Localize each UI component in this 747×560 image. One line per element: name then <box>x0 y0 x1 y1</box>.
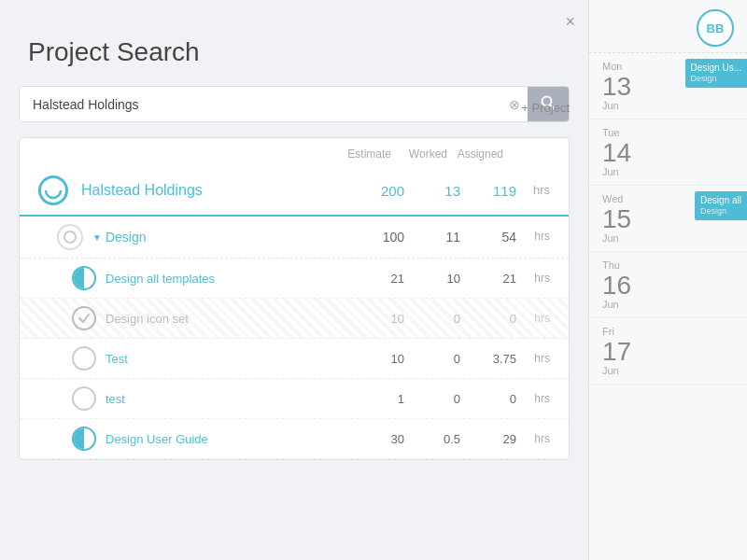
task-numbers: 30 0.5 29 hrs <box>348 432 550 446</box>
group-design-row[interactable]: ▼ Design 100 11 54 hrs <box>20 217 569 259</box>
task-row[interactable]: Test 10 0 3.75 hrs <box>20 339 569 379</box>
project-worked: 13 <box>404 183 460 199</box>
task-worked: 10 <box>404 272 460 286</box>
calendar-event: Design Us... Design <box>685 59 747 88</box>
calendar-day-wed[interactable]: Wed 15 Jun Design all Design <box>589 186 747 252</box>
svg-point-3 <box>64 231 76 243</box>
task-icon-partial <box>72 266 96 290</box>
task-numbers: 10 0 3.75 hrs <box>348 352 550 366</box>
task-row[interactable]: Design User Guide 30 0.5 29 hrs <box>20 419 569 459</box>
group-name: Design <box>106 230 348 245</box>
task-name: Test <box>106 352 348 366</box>
task-name: test <box>106 392 348 406</box>
task-estimate: 21 <box>348 272 404 286</box>
hrs-col-header <box>503 147 550 161</box>
cal-day-num: 17 <box>602 339 734 365</box>
task-icon-partial <box>72 427 96 451</box>
cal-day-name: Tue <box>602 127 734 138</box>
project-circle-icon <box>44 181 63 200</box>
cal-day-num: 16 <box>602 273 734 299</box>
cal-day-month: Jun <box>602 100 734 111</box>
search-bar: ⊗ <box>19 86 570 122</box>
project-icon <box>38 175 68 205</box>
project-name: Halstead Holdings <box>81 182 348 199</box>
cal-event-title: Design all <box>700 194 741 206</box>
avatar-row: BB <box>589 0 747 53</box>
project-numbers: 200 13 119 hrs <box>348 183 550 199</box>
calendar-day-thu[interactable]: Thu 16 Jun <box>589 252 747 318</box>
calendar-event: Design all Design <box>695 191 747 220</box>
task-worked: 0 <box>404 312 460 326</box>
checkmark-icon <box>78 312 91 325</box>
task-name: Design all templates <box>106 272 348 286</box>
task-estimate: 10 <box>348 312 404 326</box>
worked-col-header: Worked <box>391 147 447 161</box>
task-hrs-label: hrs <box>516 312 550 326</box>
cal-day-month: Jun <box>602 299 734 310</box>
task-worked: 0 <box>404 392 460 406</box>
left-panel: × Project Search + Project ⊗ Estimate Wo… <box>0 0 588 560</box>
cal-day-num: 14 <box>602 140 734 166</box>
task-name: Design User Guide <box>106 432 348 446</box>
group-icon <box>57 224 83 250</box>
task-icon-done <box>72 306 96 330</box>
task-hrs-label: hrs <box>516 272 550 286</box>
search-input[interactable] <box>20 88 501 121</box>
task-hrs-label: hrs <box>516 352 550 366</box>
task-assigned: 0 <box>460 392 516 406</box>
calendar-day-tue[interactable]: Tue 14 Jun <box>589 119 747 186</box>
group-hrs-label: hrs <box>516 230 550 245</box>
task-row[interactable]: Design all templates 21 10 21 hrs <box>20 259 569 299</box>
task-row[interactable]: test 1 0 0 hrs <box>20 379 569 419</box>
column-headers: Estimate Worked Assigned <box>20 138 569 166</box>
group-circle-icon <box>63 230 78 245</box>
page-title: Project Search <box>0 0 588 86</box>
task-name-completed: Design icon set <box>106 312 348 326</box>
cal-day-month: Jun <box>602 365 734 376</box>
group-assigned: 54 <box>460 230 516 245</box>
task-worked: 0 <box>404 352 460 366</box>
task-assigned: 21 <box>460 272 516 286</box>
task-worked: 0.5 <box>404 432 460 446</box>
group-estimate: 100 <box>348 230 404 245</box>
cal-event-type: Design <box>691 74 741 85</box>
assigned-col-header: Assigned <box>447 147 503 161</box>
cal-day-name: Thu <box>602 259 734 271</box>
project-assigned: 119 <box>460 183 516 199</box>
estimate-col-header: Estimate <box>335 147 391 161</box>
svg-point-2 <box>46 183 61 198</box>
avatar[interactable]: BB <box>697 9 734 47</box>
task-row-completed[interactable]: Design icon set 10 0 0 hrs <box>20 299 569 339</box>
task-estimate: 10 <box>348 352 404 366</box>
task-icon-empty <box>72 386 96 411</box>
task-icon-empty <box>72 346 96 371</box>
task-numbers: 1 0 0 hrs <box>348 392 550 406</box>
calendar-day-mon[interactable]: Mon 13 Jun Design Us... Design <box>589 53 747 119</box>
calendar-panel: BB Mon 13 Jun Design Us... Design Tue 14… <box>588 0 747 560</box>
cal-event-type: Design <box>700 206 741 217</box>
task-hrs-label: hrs <box>516 432 550 446</box>
group-toggle-icon[interactable]: ▼ <box>92 232 102 243</box>
cal-event-title: Design Us... <box>691 62 741 74</box>
group-worked: 11 <box>404 230 460 245</box>
project-row[interactable]: Halstead Holdings 200 13 119 hrs <box>20 166 569 217</box>
close-button[interactable]: × <box>565 13 575 30</box>
project-hrs-label: hrs <box>516 183 550 199</box>
add-project-button[interactable]: + Project <box>521 101 570 115</box>
task-assigned: 0 <box>460 312 516 326</box>
task-numbers-completed: 10 0 0 hrs <box>348 312 550 326</box>
calendar-day-fri[interactable]: Fri 17 Jun <box>589 318 747 385</box>
task-numbers: 21 10 21 hrs <box>348 272 550 286</box>
group-numbers: 100 11 54 hrs <box>348 230 550 245</box>
task-assigned: 29 <box>460 432 516 446</box>
results-panel: Estimate Worked Assigned Halstead Holdin… <box>19 137 570 460</box>
task-estimate: 30 <box>348 432 404 446</box>
task-assigned: 3.75 <box>460 352 516 366</box>
task-estimate: 1 <box>348 392 404 406</box>
cal-day-name: Fri <box>602 326 734 337</box>
project-estimate: 200 <box>348 183 404 199</box>
task-hrs-label: hrs <box>516 392 550 406</box>
cal-day-month: Jun <box>602 166 734 177</box>
cal-day-month: Jun <box>602 232 734 244</box>
